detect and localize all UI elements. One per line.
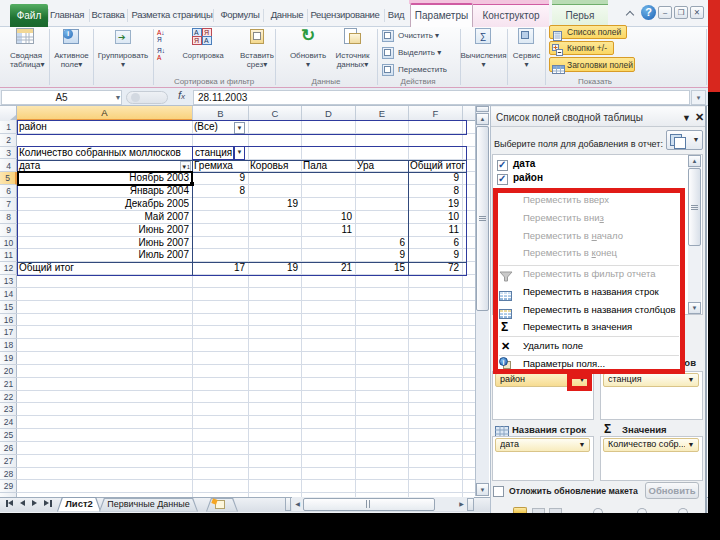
svg-text:А: А	[194, 29, 199, 36]
svg-text:Я: Я	[204, 29, 209, 36]
svg-text:А: А	[204, 37, 209, 44]
svg-text:Я: Я	[194, 37, 199, 44]
